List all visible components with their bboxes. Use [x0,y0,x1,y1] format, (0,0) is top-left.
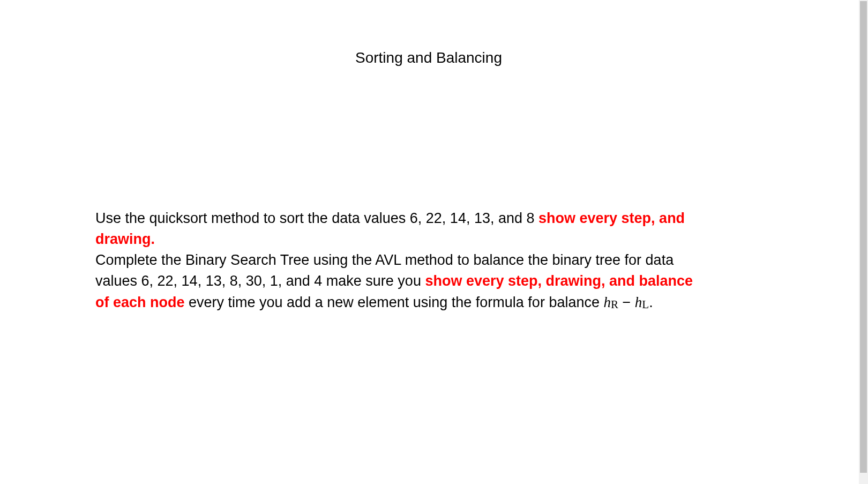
paragraph-1-text: Use the quicksort method to sort the dat… [95,210,538,226]
paragraph-2-text-b: every time you add a new element using t… [185,294,604,310]
vertical-scrollbar[interactable] [859,0,868,484]
formula-sub-left: L [642,298,649,311]
formula-period: . [649,294,653,310]
document-page: Sorting and Balancing Use the quicksort … [0,0,868,484]
formula-h-right: h [603,294,611,310]
document-title: Sorting and Balancing [0,49,857,66]
formula-minus: − [618,294,635,310]
formula-h-left: h [635,294,642,310]
document-body: Use the quicksort method to sort the dat… [95,208,695,313]
formula-sub-right: R [611,298,618,311]
scrollbar-thumb[interactable] [860,1,867,473]
content-area: Sorting and Balancing Use the quicksort … [0,0,857,484]
